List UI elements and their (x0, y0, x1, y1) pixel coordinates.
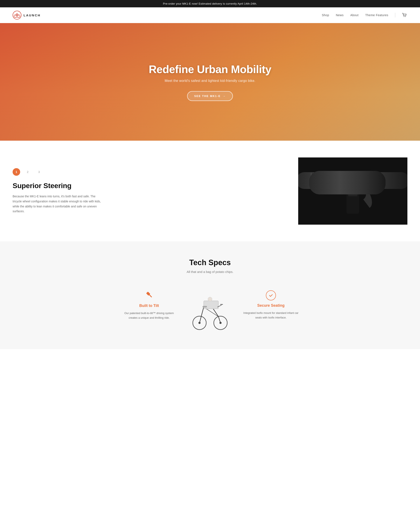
svg-rect-17 (333, 173, 334, 189)
spec-secure-seating: Secure Seating Integrated Isofix mount f… (237, 286, 305, 324)
svg-rect-8 (311, 173, 311, 189)
svg-rect-18 (336, 173, 337, 189)
feature-right: ex (114, 157, 407, 225)
hero-section: Redefine Urban Mobility Meet the world's… (0, 23, 420, 141)
step-3[interactable]: 3 (35, 168, 43, 176)
svg-rect-11 (318, 173, 319, 189)
secure-seating-name: Secure Seating (242, 303, 300, 308)
handlebar-visual: ex (298, 157, 407, 225)
svg-rect-26 (149, 294, 152, 298)
svg-point-4 (404, 16, 404, 17)
step-1[interactable]: 1 (13, 168, 20, 176)
svg-rect-32 (203, 306, 207, 307)
svg-rect-15 (328, 173, 329, 189)
nav-about[interactable]: About (350, 13, 359, 17)
nav-divider (395, 13, 395, 17)
nav-links: Shop News About Theme Features (322, 12, 407, 18)
feature-heading: Superior Steering (13, 182, 105, 190)
cart-icon[interactable] (402, 12, 407, 18)
bike-visual (191, 286, 229, 332)
nav-shop[interactable]: Shop (322, 13, 329, 17)
svg-point-35 (208, 297, 212, 301)
svg-rect-9 (313, 173, 314, 189)
svg-rect-20 (340, 176, 374, 189)
hero-content: Redefine Urban Mobility Meet the world's… (149, 63, 271, 101)
feature-description: Because the MK1-E leans into turns, it's… (13, 194, 105, 214)
tech-specs-title: Tech Specs (13, 258, 407, 267)
svg-rect-13 (324, 173, 324, 189)
feature-steps: 1 2 3 (13, 168, 105, 176)
header: LAUNCH Shop News About Theme Features (0, 7, 420, 23)
logo-text: LAUNCH (24, 13, 41, 17)
spec-built-to-tilt: Built to Tilt Our patented built-to-tilt… (115, 286, 183, 324)
svg-point-3 (17, 13, 18, 14)
svg-rect-24 (348, 190, 358, 196)
announcement-text: Pre-order your MK1-E now! Estimated deli… (163, 2, 257, 5)
svg-text:ex: ex (356, 180, 362, 185)
svg-rect-21 (342, 178, 372, 187)
svg-point-5 (405, 16, 406, 17)
handlebar-svg: ex (298, 157, 407, 225)
hero-subtitle: Meet the world's safest and lightest kid… (149, 79, 271, 83)
svg-rect-23 (347, 189, 359, 214)
svg-rect-31 (204, 301, 219, 309)
secure-seating-description: Integrated Isofix mount for standard inf… (242, 311, 300, 320)
tech-specs-subtitle: All that and a bag of potato chips. (13, 270, 407, 274)
svg-rect-7 (298, 172, 407, 189)
svg-rect-12 (321, 173, 322, 189)
hero-cta-arrow: → (223, 95, 226, 98)
svg-rect-16 (331, 173, 332, 189)
hero-cta-button[interactable]: SEE THE MK1-E → (187, 91, 233, 101)
logo-icon (13, 11, 21, 19)
step-2[interactable]: 2 (24, 168, 32, 176)
feature-left: 1 2 3 Superior Steering Because the MK1-… (13, 168, 114, 214)
specs-grid: Built to Tilt Our patented built-to-tilt… (115, 286, 305, 332)
hero-cta-label: SEE THE MK1-E (194, 95, 221, 98)
svg-rect-19 (339, 173, 339, 189)
handlebar-image: ex (298, 157, 407, 225)
check-icon (266, 290, 276, 300)
feature-section: 1 2 3 Superior Steering Because the MK1-… (0, 141, 420, 241)
tech-specs-section: Tech Specs All that and a bag of potato … (0, 241, 420, 349)
nav-theme-features[interactable]: Theme Features (365, 13, 388, 17)
svg-rect-6 (298, 157, 407, 225)
built-to-tilt-name: Built to Tilt (120, 304, 178, 308)
svg-point-0 (13, 11, 21, 19)
bike-image (191, 286, 229, 332)
announcement-bar: Pre-order your MK1-E now! Estimated deli… (0, 0, 420, 7)
svg-rect-14 (326, 173, 327, 189)
svg-rect-10 (316, 173, 316, 189)
nav-news[interactable]: News (336, 13, 344, 17)
logo-area[interactable]: LAUNCH (13, 11, 41, 19)
built-to-tilt-description: Our patented built-to-tilt™ driving syst… (120, 311, 178, 320)
hero-title: Redefine Urban Mobility (149, 63, 271, 76)
hammer-icon (120, 290, 178, 301)
